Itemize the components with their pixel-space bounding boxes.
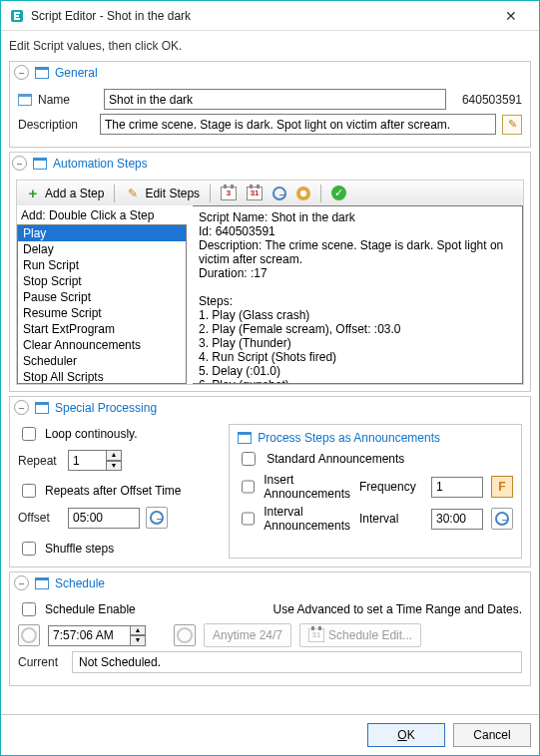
interval-label: Interval [359,512,423,526]
script-textarea[interactable]: Script Name: Shot in the dark Id: 640503… [193,205,523,384]
clock-icon [177,627,193,643]
anytime-label: Anytime 24/7 [213,628,282,642]
current-value: Not Scheduled. [79,655,161,669]
repeat-up[interactable]: ▲ [106,450,122,461]
step-item[interactable]: Clear Announcements [18,337,186,353]
step-item[interactable]: Resume Script [18,305,186,321]
window-body: Edit Script values, then click OK. – Gen… [1,31,539,714]
schedule-edit-button: 31 Schedule Edit... [299,623,421,647]
collapse-special[interactable]: – [14,400,29,415]
frequency-label: Frequency [359,480,423,494]
validate-button[interactable]: ✓ [327,184,350,202]
process-header: Process Steps as Announcements [238,431,513,445]
shuffle-checkbox[interactable]: Shuffle steps [18,539,219,559]
step-item[interactable]: Stop All Scripts [18,369,186,384]
insert-label: Insert Announcements [264,473,351,501]
section-schedule: – Schedule Schedule Enable Use Advanced … [9,571,531,686]
window-title: Script Editor - Shot in the dark [31,9,491,23]
add-hint: Add: Double Click a Step [17,205,187,224]
step-item[interactable]: Delay [18,241,186,257]
standard-label: Standard Announcements [267,452,404,466]
standard-ann-checkbox[interactable]: Standard Announcements [238,449,513,469]
repeat-spinner[interactable]: ▲▼ [68,450,122,471]
steps-list[interactable]: PlayDelayRun ScriptStop ScriptPause Scri… [17,224,187,384]
section-general: – General Name 640503591 Description ✎ [9,61,531,148]
clock-icon [272,187,286,200]
time-clock-button [18,624,40,646]
section-title: Schedule [55,576,105,590]
repeats-after-checkbox[interactable]: Repeats after Offset Time [18,481,219,501]
titlebar: Script Editor - Shot in the dark ✕ [1,1,539,31]
hint-text: Edit Script values, then click OK. [9,37,531,57]
plus-icon: + [25,186,41,201]
section-icon [35,577,49,589]
schedule-enable-checkbox[interactable]: Schedule Enable [18,599,136,619]
section-icon [33,158,47,170]
anytime-button: Anytime 24/7 [204,623,291,647]
edit-steps-label: Edit Steps [145,187,200,200]
advanced-hint: Use Advanced to set a Time Range and Dat… [273,602,522,616]
loop-checkbox[interactable]: Loop continously. [18,424,219,444]
offset-clock-button[interactable] [146,507,168,529]
section-header-general: – General [10,62,530,83]
frequency-input[interactable] [431,477,483,498]
section-header-schedule: – Schedule [10,572,530,593]
edit-description-icon[interactable]: ✎ [502,115,522,135]
time-spinner[interactable]: ▲▼ [48,625,146,646]
section-title: Special Processing [55,401,157,415]
repeats-after-label: Repeats after Offset Time [45,484,182,498]
special-left: Loop continously. Repeat ▲▼ Repeats afte… [18,424,219,559]
section-title: Automation Steps [53,157,148,171]
time-up[interactable]: ▲ [130,625,146,636]
section-special: – Special Processing Loop continously. R… [9,396,531,567]
repeat-label: Repeat [18,454,62,468]
description-input[interactable] [100,114,496,135]
offset-label: Offset [18,511,62,525]
add-step-button[interactable]: + Add a Step [21,184,108,203]
calendar-icon: 31 [247,187,263,200]
stopwatch-button[interactable] [269,185,290,202]
calendar-icon: 3 [221,187,237,200]
interval-ann-checkbox[interactable]: Interval Announcements [238,505,351,533]
shuffle-label: Shuffle steps [45,542,114,556]
interval-ann-label: Interval Announcements [264,505,351,533]
separator [320,185,321,202]
clock-icon [495,512,509,526]
collapse-general[interactable]: – [14,65,29,80]
clock-icon [21,627,37,643]
name-input[interactable] [104,89,446,110]
step-item[interactable]: Play [18,225,186,241]
check-icon: ✓ [331,186,346,200]
section-icon [35,67,49,79]
calendar-31-button[interactable]: 31 [243,185,267,202]
process-title: Process Steps as Announcements [258,431,440,445]
ok-button[interactable]: OK [367,723,445,747]
time-down[interactable]: ▼ [130,635,146,646]
anytime-clock-button [174,624,196,646]
repeat-down[interactable]: ▼ [106,461,122,472]
time-input[interactable] [48,625,130,646]
disc-button[interactable] [292,185,314,202]
step-item[interactable]: Scheduler [18,353,186,369]
offset-input[interactable] [68,508,140,529]
section-automation: – Automation Steps + Add a Step ✎ Edit S… [9,152,531,392]
step-item[interactable]: Start ExtProgram [18,321,186,337]
insert-ann-checkbox[interactable]: Insert Announcements [238,473,351,501]
close-button[interactable]: ✕ [491,2,531,30]
cancel-button[interactable]: Cancel [453,723,531,747]
clock-icon [150,511,164,525]
current-label: Current [18,655,64,669]
calendar-3-button[interactable]: 3 [217,185,241,202]
collapse-schedule[interactable]: – [14,575,29,590]
interval-clock-button[interactable] [491,508,513,530]
edit-steps-button[interactable]: ✎ Edit Steps [121,184,204,203]
frequency-f-button[interactable]: F [491,476,513,498]
repeat-input[interactable] [68,450,106,471]
step-item[interactable]: Run Script [18,257,186,273]
step-item[interactable]: Pause Script [18,289,186,305]
collapse-automation[interactable]: – [12,156,27,171]
schedule-edit-label: Schedule Edit... [328,628,412,642]
step-item[interactable]: Stop Script [18,273,186,289]
interval-input[interactable] [431,509,483,530]
separator [114,185,115,202]
